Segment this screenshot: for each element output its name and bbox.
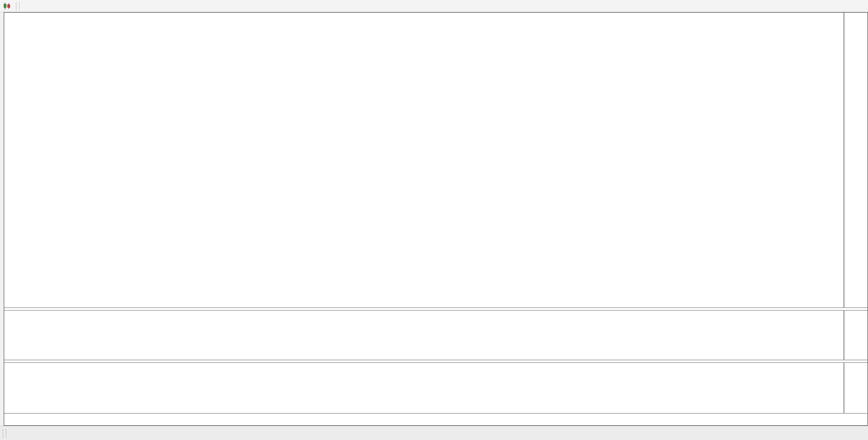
chart-tab-bar xyxy=(0,426,868,440)
candlestick-chart-icon[interactable] xyxy=(2,2,12,10)
toolbar-grip[interactable] xyxy=(16,2,20,10)
pane-divider[interactable] xyxy=(4,307,867,311)
mt4-workspace xyxy=(0,0,868,440)
macd-pane-bottom-border xyxy=(4,413,867,414)
timeframe-toolbar xyxy=(0,0,868,12)
price-chart-canvas[interactable] xyxy=(4,13,844,307)
tab-scroll-controls xyxy=(857,426,867,440)
macd-panel-canvas[interactable] xyxy=(4,362,844,413)
chart-title-row xyxy=(7,15,13,21)
price-axis-line xyxy=(844,13,844,413)
tab-bar-grip[interactable] xyxy=(3,429,6,438)
chart-window xyxy=(4,12,868,426)
rsi-panel-canvas[interactable] xyxy=(4,310,844,360)
pane-divider[interactable] xyxy=(4,360,867,363)
